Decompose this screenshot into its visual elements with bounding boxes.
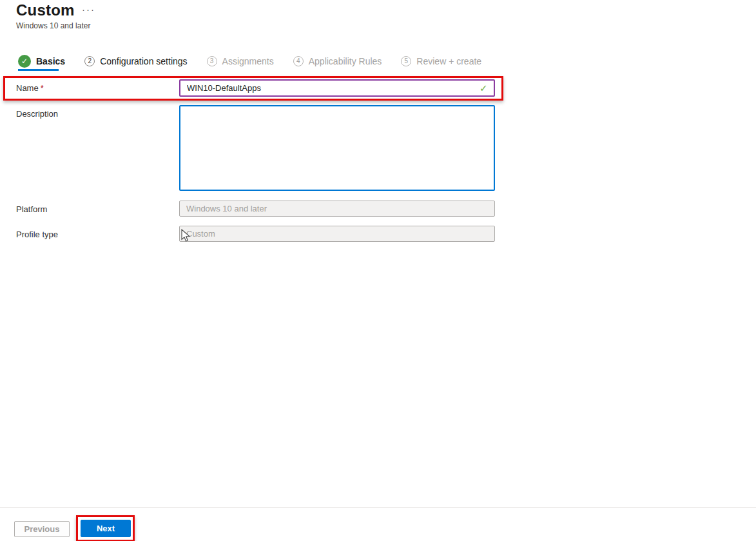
step-number-icon: 5 bbox=[401, 56, 411, 66]
tab-applicability-rules: 4 Applicability Rules bbox=[293, 56, 382, 66]
page-title: Custom bbox=[16, 1, 75, 19]
next-button[interactable]: Next bbox=[81, 520, 131, 537]
previous-button: Previous bbox=[14, 521, 70, 537]
tab-label: Review + create bbox=[416, 56, 481, 66]
step-number-icon: 4 bbox=[293, 56, 304, 66]
tab-assignments: 3 Assignments bbox=[207, 56, 274, 66]
active-tab-underline bbox=[18, 69, 59, 71]
tab-label: Applicability Rules bbox=[309, 56, 382, 66]
tab-review-create: 5 Review + create bbox=[401, 56, 481, 66]
profile-type-label: Profile type bbox=[16, 230, 58, 239]
required-asterisk: * bbox=[41, 83, 44, 93]
wizard-page: Custom ··· Windows 10 and later ✓ Basics… bbox=[0, 0, 756, 541]
platform-label: Platform bbox=[16, 204, 47, 214]
platform-input bbox=[179, 201, 495, 217]
more-options-icon[interactable]: ··· bbox=[82, 4, 95, 15]
footer-divider bbox=[0, 507, 756, 508]
tab-label: Basics bbox=[36, 56, 65, 66]
tab-basics[interactable]: ✓ Basics bbox=[18, 55, 65, 68]
tab-label: Configuration settings bbox=[100, 56, 187, 66]
tab-configuration-settings[interactable]: 2 Configuration settings bbox=[84, 56, 187, 66]
name-label: Name* bbox=[16, 83, 44, 93]
description-label: Description bbox=[16, 109, 58, 119]
step-complete-icon: ✓ bbox=[18, 55, 31, 68]
profile-type-input bbox=[179, 226, 495, 242]
description-textarea[interactable] bbox=[179, 105, 495, 191]
tab-label: Assignments bbox=[222, 56, 274, 66]
name-input[interactable] bbox=[179, 79, 495, 97]
step-number-icon: 3 bbox=[207, 56, 217, 66]
step-number-icon: 2 bbox=[84, 56, 95, 66]
wizard-tabs: ✓ Basics 2 Configuration settings 3 Assi… bbox=[18, 54, 481, 69]
page-subtitle: Windows 10 and later bbox=[16, 21, 90, 30]
